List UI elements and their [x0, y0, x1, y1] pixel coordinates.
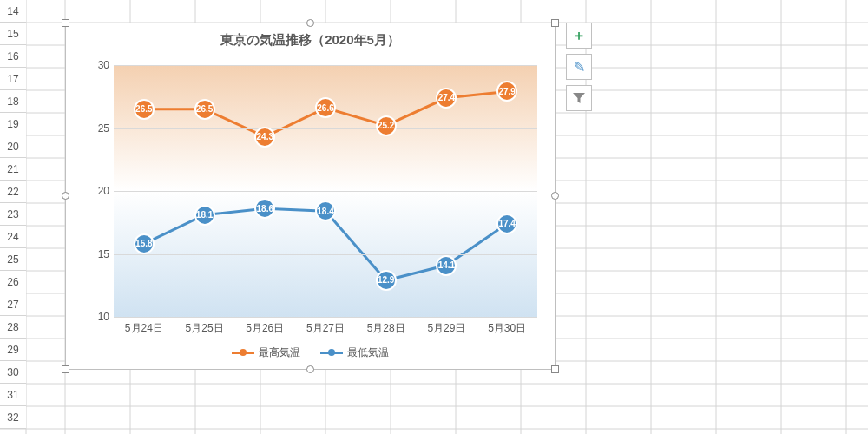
- y-tick-label: 30: [88, 59, 109, 71]
- gridline: [114, 128, 537, 129]
- x-tick-label: 5月27日: [306, 321, 345, 336]
- row-header-15[interactable]: 15: [0, 23, 26, 45]
- resize-handle-tm[interactable]: [306, 19, 314, 27]
- chart-side-buttons: ＋ ✎: [566, 23, 592, 116]
- plus-icon: ＋: [572, 27, 586, 45]
- row-header-28[interactable]: 28: [0, 316, 26, 339]
- data-point[interactable]: 12.9: [376, 270, 397, 291]
- y-tick-label: 20: [88, 185, 109, 197]
- row-header-17[interactable]: 17: [0, 68, 26, 90]
- data-point[interactable]: 14.1: [436, 255, 457, 276]
- brush-icon: ✎: [574, 59, 585, 76]
- row-header-27[interactable]: 27: [0, 293, 26, 316]
- x-tick-label: 5月25日: [186, 321, 224, 336]
- row-header-30[interactable]: 30: [0, 361, 26, 384]
- data-point[interactable]: 26.5: [194, 99, 215, 120]
- row-header-26[interactable]: 26: [0, 271, 26, 293]
- legend-swatch-low: [320, 352, 343, 354]
- plot-area[interactable]: 10152025305月24日5月25日5月26日5月27日5月28日5月29日…: [114, 65, 537, 317]
- resize-handle-br[interactable]: [551, 365, 559, 373]
- y-tick-label: 25: [88, 122, 109, 135]
- legend-item-low[interactable]: 最低気温: [320, 345, 389, 360]
- legend-swatch-high: [232, 352, 254, 354]
- row-header-24[interactable]: 24: [0, 226, 26, 248]
- chart-title[interactable]: 東京の気温推移（2020年5月）: [66, 23, 555, 49]
- x-tick-label: 5月29日: [427, 321, 465, 336]
- x-tick-label: 5月30日: [488, 321, 526, 336]
- data-point[interactable]: 25.2: [376, 115, 397, 136]
- legend-item-high[interactable]: 最高気温: [232, 345, 300, 360]
- resize-handle-mr[interactable]: [551, 192, 559, 200]
- row-header-25[interactable]: 25: [0, 248, 26, 271]
- row-header-31[interactable]: 31: [0, 384, 26, 406]
- chart-object[interactable]: 東京の気温推移（2020年5月） 10152025305月24日5月25日5月2…: [65, 23, 556, 370]
- resize-handle-bl[interactable]: [62, 365, 69, 373]
- data-point[interactable]: 18.4: [315, 201, 336, 221]
- row-header-16[interactable]: 16: [0, 45, 26, 68]
- y-tick-label: 10: [88, 311, 109, 323]
- resize-handle-bm[interactable]: [306, 365, 314, 373]
- data-point[interactable]: 27.4: [436, 88, 457, 108]
- y-tick-label: 15: [88, 248, 109, 260]
- gridline: [114, 317, 537, 318]
- chart-add-element-button[interactable]: ＋: [566, 23, 592, 49]
- data-point[interactable]: 17.4: [496, 214, 517, 234]
- x-tick-label: 5月28日: [367, 321, 405, 336]
- x-tick-label: 5月26日: [246, 321, 284, 336]
- data-point[interactable]: 26.5: [134, 99, 155, 120]
- data-point[interactable]: 24.3: [254, 127, 275, 148]
- chart-style-button[interactable]: ✎: [566, 54, 592, 80]
- data-point[interactable]: 18.1: [194, 205, 215, 226]
- chart-filter-button[interactable]: [566, 85, 592, 111]
- gridline: [114, 254, 537, 255]
- gridline: [114, 191, 537, 192]
- resize-handle-tr[interactable]: [551, 19, 559, 27]
- row-header-18[interactable]: 18: [0, 90, 26, 113]
- row-header-29[interactable]: 29: [0, 339, 26, 361]
- resize-handle-tl[interactable]: [62, 19, 69, 27]
- row-header-19[interactable]: 19: [0, 113, 26, 135]
- legend-label-high: 最高気温: [259, 345, 300, 360]
- data-point[interactable]: 15.8: [134, 233, 155, 254]
- legend[interactable]: 最高気温 最低気温: [66, 345, 555, 360]
- funnel-icon: [572, 91, 586, 105]
- row-header-22[interactable]: 22: [0, 181, 26, 203]
- row-header-14[interactable]: 14: [0, 0, 26, 23]
- resize-handle-ml[interactable]: [62, 192, 69, 200]
- legend-label-low: 最低気温: [347, 345, 389, 360]
- row-header-21[interactable]: 21: [0, 158, 26, 181]
- row-header-20[interactable]: 20: [0, 135, 26, 158]
- x-tick-label: 5月24日: [125, 321, 163, 336]
- gridline: [114, 65, 537, 66]
- row-header-23[interactable]: 23: [0, 203, 26, 226]
- row-header-32[interactable]: 32: [0, 406, 26, 429]
